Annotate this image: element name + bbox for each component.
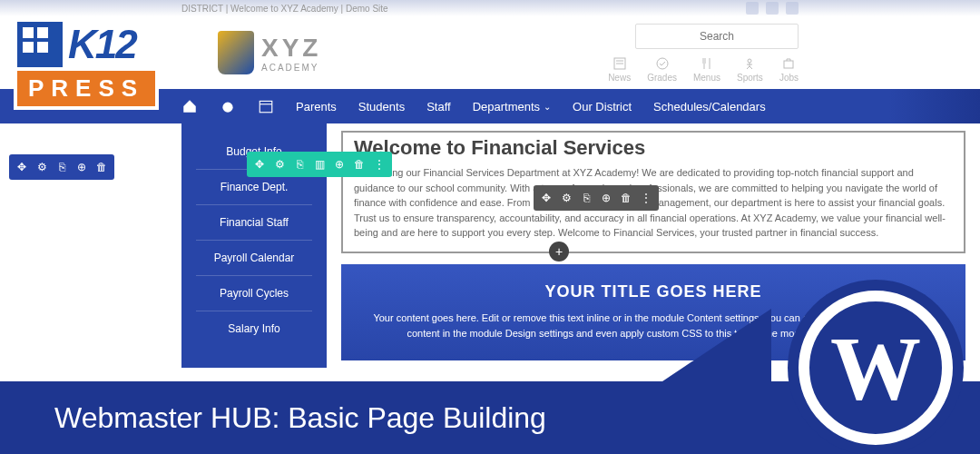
quick-link-sports[interactable]: Sports bbox=[737, 56, 763, 83]
svg-point-3 bbox=[657, 58, 668, 69]
logo-main: XYZ bbox=[261, 34, 321, 63]
nav-schedules[interactable]: Schedules/Calendars bbox=[653, 100, 766, 114]
k12-press-logo: K12 PRESS bbox=[14, 18, 159, 110]
more-icon[interactable]: ⋮ bbox=[637, 189, 655, 207]
move-icon[interactable]: ✥ bbox=[250, 155, 269, 173]
sports-icon bbox=[742, 56, 757, 71]
sidebar-item-staff[interactable]: Financial Staff bbox=[196, 205, 312, 241]
columns-icon[interactable]: ▥ bbox=[310, 155, 328, 173]
delete-icon[interactable]: 🗑 bbox=[350, 155, 368, 173]
delete-icon[interactable]: 🗑 bbox=[93, 158, 111, 176]
logo-sub: ACADEMY bbox=[261, 63, 321, 73]
row-toolbar: ✥ ⚙ ⎘ ▥ ⊕ 🗑 ⋮ bbox=[247, 152, 392, 177]
k12-icon bbox=[17, 22, 63, 67]
gear-icon[interactable]: ⚙ bbox=[557, 189, 575, 207]
home-icon[interactable] bbox=[181, 98, 198, 114]
press-label: PRESS bbox=[17, 71, 155, 106]
add-module-button[interactable]: + bbox=[549, 242, 569, 262]
svg-rect-5 bbox=[784, 61, 793, 68]
quick-link-grades[interactable]: Grades bbox=[647, 56, 677, 83]
quick-link-jobs[interactable]: Jobs bbox=[779, 56, 799, 83]
section-toolbar: ✥ ⚙ ⎘ ⊕ 🗑 bbox=[9, 154, 114, 180]
jobs-icon bbox=[781, 56, 796, 71]
delete-icon[interactable]: 🗑 bbox=[617, 189, 635, 207]
gear-icon[interactable]: ⚙ bbox=[270, 155, 289, 173]
wordpress-w-icon: W bbox=[830, 316, 921, 420]
content-title: Welcome to Financial Services bbox=[354, 136, 953, 160]
shield-icon bbox=[218, 31, 254, 74]
search-input[interactable] bbox=[635, 24, 799, 49]
save-icon[interactable]: ⊕ bbox=[73, 158, 91, 176]
banner-text: Webmaster HUB: Basic Page Building bbox=[54, 401, 546, 435]
more-icon[interactable]: ⋮ bbox=[370, 155, 388, 173]
sidebar-item-payroll-cal[interactable]: Payroll Calendar bbox=[196, 241, 312, 276]
save-icon[interactable]: ⊕ bbox=[597, 189, 615, 207]
news-icon bbox=[612, 56, 627, 71]
gear-icon[interactable]: ⚙ bbox=[33, 158, 51, 176]
wordpress-icon[interactable] bbox=[786, 2, 799, 15]
duplicate-icon[interactable]: ⎘ bbox=[577, 189, 595, 207]
nav-district[interactable]: Our District bbox=[573, 100, 632, 114]
wordpress-logo: W bbox=[799, 291, 953, 445]
instagram-icon[interactable] bbox=[766, 2, 779, 15]
grades-icon bbox=[655, 56, 670, 71]
chevron-down-icon: ⌄ bbox=[544, 102, 551, 112]
facebook-icon[interactable] bbox=[746, 2, 759, 15]
quick-link-menus[interactable]: Menus bbox=[693, 56, 720, 83]
svg-point-4 bbox=[748, 59, 751, 63]
apple-icon[interactable] bbox=[220, 98, 236, 114]
top-bar: DISTRICT | Welcome to XYZ Academy | Demo… bbox=[0, 0, 980, 16]
nav-departments[interactable]: Departments ⌄ bbox=[473, 100, 551, 114]
move-icon[interactable]: ✥ bbox=[537, 189, 555, 207]
nav-students[interactable]: Students bbox=[358, 100, 405, 114]
menus-icon bbox=[700, 56, 714, 71]
move-icon[interactable]: ✥ bbox=[13, 158, 31, 176]
header-right: News Grades Menus Sports Jobs bbox=[608, 24, 799, 83]
svg-point-6 bbox=[222, 103, 232, 113]
sidebar-item-salary[interactable]: Salary Info bbox=[196, 311, 312, 346]
quick-link-news[interactable]: News bbox=[608, 56, 631, 83]
calendar-icon[interactable] bbox=[258, 98, 274, 114]
duplicate-icon[interactable]: ⎘ bbox=[53, 158, 71, 176]
module-toolbar: ✥ ⚙ ⎘ ⊕ 🗑 ⋮ bbox=[534, 185, 659, 211]
sidebar-item-payroll-cyc[interactable]: Payroll Cycles bbox=[196, 276, 312, 311]
quick-links: News Grades Menus Sports Jobs bbox=[608, 56, 799, 83]
topbar-text: DISTRICT | Welcome to XYZ Academy | Demo… bbox=[181, 4, 388, 14]
duplicate-icon[interactable]: ⎘ bbox=[290, 155, 309, 173]
nav-staff[interactable]: Staff bbox=[426, 100, 451, 114]
svg-rect-7 bbox=[260, 101, 272, 112]
nav-parents[interactable]: Parents bbox=[296, 100, 337, 114]
k12-text: K12 bbox=[68, 22, 136, 67]
save-icon[interactable]: ⊕ bbox=[330, 155, 348, 173]
site-logo[interactable]: XYZ ACADEMY bbox=[218, 31, 321, 74]
social-icons bbox=[746, 2, 799, 15]
